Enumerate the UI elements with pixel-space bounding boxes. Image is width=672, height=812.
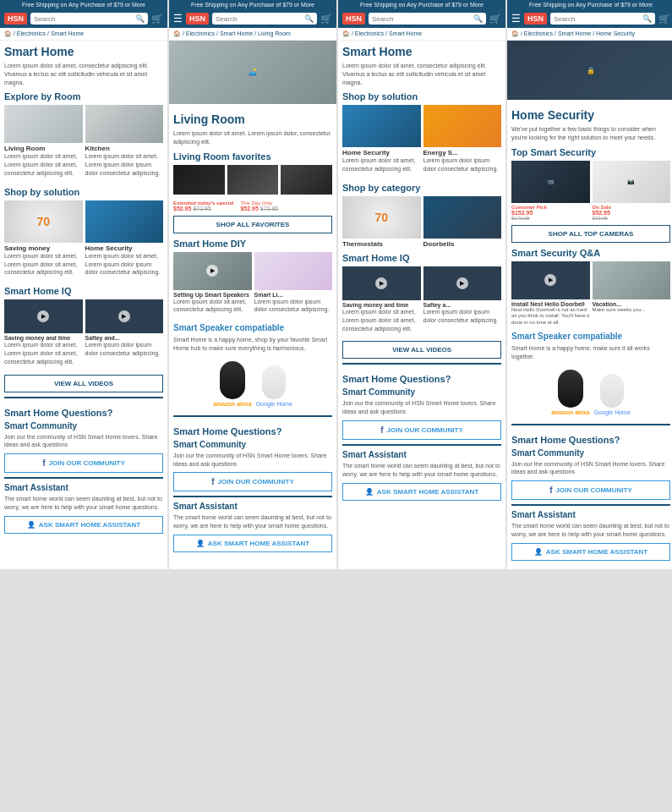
play-btn-qa1[interactable]: ▶ <box>544 274 556 286</box>
screen-3: Free Shipping on Any Purchase of $79 or … <box>338 0 505 569</box>
search-bar-4[interactable]: 🔍 <box>550 13 655 25</box>
assistant-desc-2: The smart home world can seem daunting a… <box>173 513 332 530</box>
search-bar-3[interactable]: 🔍 <box>369 13 486 25</box>
solution-saving[interactable]: 70 Saving money Lorem ipsum dolor sit am… <box>4 200 83 281</box>
tv-img <box>173 165 225 195</box>
search-icon-4: 🔍 <box>642 14 652 23</box>
join-community-btn-3[interactable]: f JOIN OUR COMMUNITY <box>342 420 501 440</box>
hsn-logo-4[interactable]: HSN <box>524 13 547 25</box>
video-saving-3[interactable]: ▶ Saving money and time Lorem ipsum dolo… <box>342 266 421 337</box>
header-icons-2: 🛒 <box>320 14 332 25</box>
header-4: ☰ HSN 🔍 🛒 <box>507 9 672 28</box>
room-card-living[interactable]: Living Room Lorem ipsum dolor sit amet, … <box>4 105 83 181</box>
ask-assistant-btn-4[interactable]: 👤 ASK SMART HOME ASSISTANT <box>511 543 670 561</box>
assistant-desc-1: The smart home world can seem daunting a… <box>4 495 163 512</box>
shop-all-favorites-btn[interactable]: SHOP ALL FAVORITES <box>173 216 332 233</box>
hero-living-text: 🛋️ <box>249 69 257 76</box>
view-all-btn-3[interactable]: VIEW ALL VIDEOS <box>342 341 501 359</box>
page-content-4: Home Security We've put together a few b… <box>507 104 672 569</box>
vid2-desc-3: Lorem ipsum dolor ipsum dolor consectetu… <box>423 308 502 325</box>
cam-set[interactable]: 📷 On Sale $52.95 $72.95 <box>593 161 671 221</box>
hero-security: 🔒 <box>507 41 672 100</box>
diy-title-2: Smart Home DIY <box>173 239 332 249</box>
vid1-label-1: Saving money and time <box>4 335 83 341</box>
cart-icon-2[interactable]: 🛒 <box>320 14 332 25</box>
play-btn-saving[interactable]: ▶ <box>37 310 49 322</box>
hsn-logo-2[interactable]: HSN <box>186 13 209 25</box>
google-item-4[interactable]: Google Home <box>594 374 631 415</box>
play-btn-diy1[interactable]: ▶ <box>206 265 218 277</box>
shop-cameras-btn[interactable]: SHOP ALL TOP CAMERAS <box>511 225 670 243</box>
search-bar-2[interactable]: 🔍 <box>212 13 317 25</box>
search-bar-1[interactable]: 🔍 <box>30 13 148 25</box>
play-btn-safety-3[interactable]: ▶ <box>456 277 468 289</box>
alexa-item-4[interactable]: amazon alexa <box>551 370 590 415</box>
intro-text-1: Lorem ipsum dolor sit amet, consectetur … <box>4 62 163 86</box>
price1-current: $52.95 <box>173 206 191 211</box>
category-thermostats[interactable]: 70 Thermostats <box>342 196 421 248</box>
video-thumb-saving: ▶ <box>4 299 83 333</box>
alexa-item-2[interactable]: amazon alexa <box>213 361 252 407</box>
video-safety[interactable]: ▶ Saftey and... Lorem ipsum dolor ipsum … <box>85 299 164 370</box>
community-title-3: Smart Community <box>342 387 501 397</box>
speaker-compat-title-2: Smart Speaker compatiable <box>173 323 332 332</box>
category-grid-3: 70 Thermostats Doorbells <box>342 196 501 248</box>
amazon-alexa-label-4: amazon alexa <box>551 409 590 415</box>
category-doorbells[interactable]: Doorbells <box>423 196 502 248</box>
solution-security[interactable]: Home Security Lorem ipsum dolor sit amet… <box>85 200 164 281</box>
cart-icon-4[interactable]: 🛒 <box>658 14 670 25</box>
video-safety-3[interactable]: ▶ Saftey a... Lorem ipsum dolor ipsum do… <box>423 266 502 337</box>
cam2-orig: $72.95 <box>593 216 671 221</box>
facebook-icon-1: f <box>42 458 45 468</box>
hsn-logo-1[interactable]: HSN <box>4 13 27 25</box>
play-btn-saving-3[interactable]: ▶ <box>375 277 387 289</box>
google-item-2[interactable]: Google Home <box>256 365 292 407</box>
video-saving[interactable]: ▶ Saving money and time Lorem ipsum dolo… <box>4 299 83 370</box>
ask-label-2: ASK SMART HOME ASSISTANT <box>208 540 309 547</box>
speaker-img <box>281 165 332 195</box>
diy-card-light[interactable]: Smart Li... Lorem ipsum dolor ipsum dolo… <box>254 252 333 319</box>
ask-label-4: ASK SMART HOME ASSISTANT <box>546 548 647 556</box>
smart-iq-title-1: Smart Home IQ <box>4 286 163 296</box>
menu-icon-2[interactable]: ☰ <box>173 13 183 25</box>
menu-icon-4[interactable]: ☰ <box>511 13 521 25</box>
energy-label-3: Energy S... <box>423 149 502 156</box>
fav-stick[interactable] <box>227 165 279 196</box>
solution-energy[interactable]: Energy S... Lorem ipsum dolor ipsum dolo… <box>423 105 502 178</box>
fav-tv[interactable] <box>173 165 225 196</box>
diy-card-speakers[interactable]: ▶ Setting Up Smart Speakers Lorem ipsum … <box>173 252 252 319</box>
community-title-4: Smart Community <box>511 448 670 458</box>
join-community-btn-1[interactable]: f JOIN OUR COMMUNITY <box>4 453 163 473</box>
cart-icon-3[interactable]: 🛒 <box>489 14 501 25</box>
qa-vacation-video[interactable]: Vacation... Make sure weeks you... <box>593 261 671 326</box>
assistant-title-1: Smart Assistant <box>4 483 163 492</box>
speaker-compat-desc-4: Smart Home is a happy home, make sure it… <box>511 344 670 361</box>
ask-assistant-btn-1[interactable]: 👤 ASK SMART HOME ASSISTANT <box>4 516 163 534</box>
security-label-1: Home Security <box>85 244 164 252</box>
cart-icon-1[interactable]: 🛒 <box>151 14 163 25</box>
shop-solution-title-1: Shop by solution <box>4 187 163 197</box>
search-input-2[interactable] <box>216 15 302 23</box>
search-input-1[interactable] <box>34 15 133 23</box>
cam-doorbell[interactable]: 📹 Customer Pick $152.95 $172.95 <box>511 161 590 221</box>
join-community-btn-4[interactable]: f JOIN OUR COMMUNITY <box>511 480 670 500</box>
ask-assistant-btn-2[interactable]: 👤 ASK SMART HOME ASSISTANT <box>173 535 332 552</box>
questions-title-2: Smart Home Questions? <box>173 426 332 436</box>
fav-speaker[interactable] <box>281 165 332 196</box>
search-input-3[interactable] <box>372 15 471 23</box>
community-section-2: Smart Home Questions? Smart Community Jo… <box>173 415 332 492</box>
join-community-btn-2[interactable]: f JOIN OUR COMMUNITY <box>173 472 332 491</box>
room-card-kitchen[interactable]: Kitchen Lorem ipsum dolor sit amet, Lore… <box>85 105 164 181</box>
top-cameras-title-4: Top Smart Security <box>511 147 670 157</box>
search-input-4[interactable] <box>554 15 640 23</box>
assistant-icon-2: 👤 <box>196 540 205 547</box>
vid1-desc-3: Lorem ipsum dolor sit amet, Lorem ipsum … <box>342 308 421 332</box>
solution-home-sec[interactable]: Home Security Lorem ipsum dolor sit amet… <box>342 105 421 178</box>
play-btn-safety[interactable]: ▶ <box>118 310 130 322</box>
hsn-logo-3[interactable]: HSN <box>342 13 365 25</box>
view-all-btn-1[interactable]: VIEW ALL VIDEOS <box>4 375 163 392</box>
community-section-1: Smart Home Questions? Smart Community Jo… <box>4 397 163 474</box>
qa-doorbell-video[interactable]: ▶ Install Nest Hello Doorbell Nest Hello… <box>511 261 590 326</box>
ask-assistant-btn-3[interactable]: 👤 ASK SMART HOME ASSISTANT <box>342 483 501 501</box>
join-label-1: JOIN OUR COMMUNITY <box>49 459 125 467</box>
